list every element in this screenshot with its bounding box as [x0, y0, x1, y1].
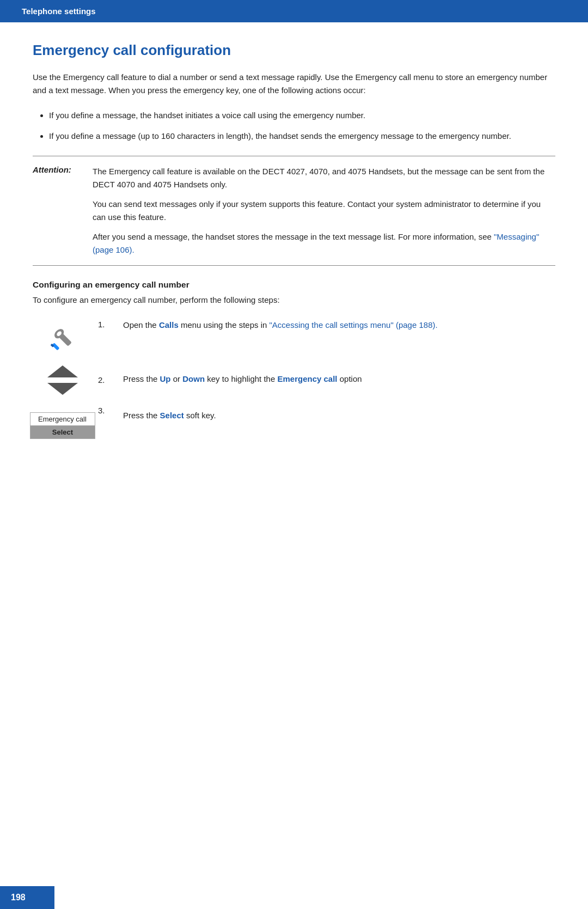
step-2-icon-col: [33, 363, 93, 395]
attention-para-1: The Emergency call feature is available …: [93, 165, 555, 191]
main-content: Emergency call configuration Use the Eme…: [0, 22, 588, 503]
page-title: Emergency call configuration: [33, 42, 555, 59]
step-row-3: Emergency call Select 3. Press the Selec…: [33, 405, 555, 439]
section-heading: Configuring an emergency call number: [33, 280, 555, 290]
accessing-link[interactable]: "Accessing the call settings menu" (page…: [270, 320, 438, 330]
phone-screen-wrap: Emergency call Select: [30, 412, 95, 439]
step-2-number: 2.: [98, 374, 118, 385]
attention-content: The Emergency call feature is available …: [93, 165, 555, 257]
step-1-text: Open the Calls menu using the steps in "…: [123, 319, 555, 332]
phone-select-btn: Select: [30, 426, 95, 439]
emergency-call-label: Emergency call: [277, 374, 337, 383]
step-3-icon-col: Emergency call Select: [33, 405, 93, 439]
list-item: If you define a message (up to 160 chara…: [49, 130, 555, 143]
step-row-2: 2. Press the Up or Down key to highlight…: [33, 363, 555, 395]
attention-label: Attention:: [33, 165, 93, 257]
bullet-list: If you define a message, the handset ini…: [49, 109, 555, 143]
attention-para-3: After you send a message, the handset st…: [93, 230, 555, 257]
nav-icon: [47, 365, 78, 395]
phone-screen-display: Emergency call: [30, 412, 95, 426]
steps-intro: To configure an emergency call number, p…: [33, 295, 555, 304]
header-label: Telephone settings: [22, 7, 96, 16]
up-arrow-icon: [47, 365, 78, 377]
down-label: Down: [182, 374, 205, 383]
wrench-svg: [48, 322, 77, 352]
step-1-number: 1.: [98, 319, 118, 329]
footer-page-number: 198: [0, 886, 54, 909]
up-label: Up: [160, 374, 171, 383]
select-label: Select: [160, 411, 184, 420]
step-1-icon-col: [33, 319, 93, 353]
step-3-number: 3.: [98, 405, 118, 415]
intro-text: Use the Emergency call feature to dial a…: [33, 71, 555, 97]
tool-icon: [44, 321, 82, 353]
header-bar: Telephone settings: [0, 0, 588, 22]
attention-para-2: You can send text messages only if your …: [93, 198, 555, 224]
step-row-1: 1. Open the Calls menu using the steps i…: [33, 319, 555, 353]
step-2-text: Press the Up or Down key to highlight th…: [123, 373, 555, 386]
list-item: If you define a message, the handset ini…: [49, 109, 555, 122]
step-3-text: Press the Select soft key.: [123, 405, 555, 422]
down-arrow-icon: [47, 383, 78, 395]
calls-link[interactable]: Calls: [159, 320, 179, 330]
attention-box: Attention: The Emergency call feature is…: [33, 156, 555, 266]
